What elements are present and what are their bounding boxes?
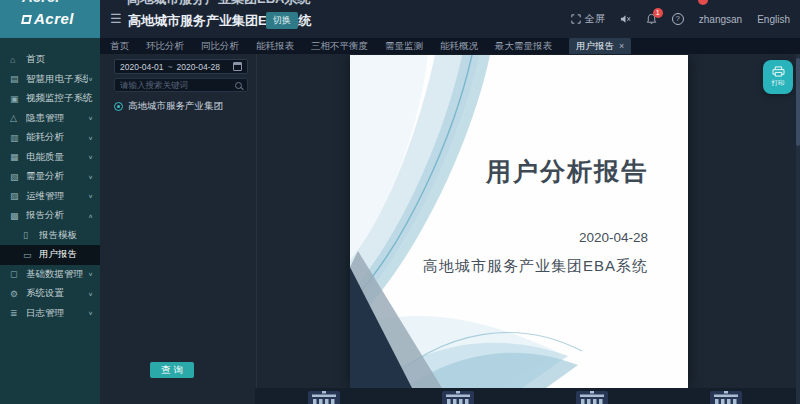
chevron-down-icon: ∨ <box>88 135 93 141</box>
report-analysis-icon: ▩ <box>10 211 21 221</box>
tab-label: 环比分析 <box>146 40 184 51</box>
tab-用户报告[interactable]: 用户报告× <box>569 38 631 54</box>
report-template-icon: ▯ <box>23 230 34 240</box>
notification-count-badge: 1 <box>653 8 663 18</box>
tab-同比分析[interactable]: 同比分析 <box>201 38 239 54</box>
log-icon: ≣ <box>10 308 21 318</box>
date-end-value[interactable]: 2020-04-28 <box>176 62 219 72</box>
sidebar-item-report-template[interactable]: ▯报告模板 <box>0 226 100 246</box>
sidebar-item-label: 报告模板 <box>39 229 77 242</box>
video-monitor-icon: ▣ <box>10 94 21 104</box>
radio-selected-icon[interactable] <box>114 102 123 111</box>
date-start-value[interactable]: 2020-04-01 <box>120 62 163 72</box>
tab-能耗概况[interactable]: 能耗概况 <box>440 38 478 54</box>
glitch-logo-fragment: Acrel <box>22 0 60 5</box>
sidebar-item-report[interactable]: ▩报告分析∧ <box>0 206 100 226</box>
tree-node[interactable]: 高地城市服务产业集团 <box>114 100 254 113</box>
tab-label: 同比分析 <box>201 40 239 51</box>
power-quality-icon: ▦ <box>10 152 21 162</box>
chevron-up-icon: ∧ <box>88 213 93 219</box>
tab-label: 需量监测 <box>385 40 423 51</box>
building-icon <box>440 391 476 404</box>
top-header: 高地城市服务产业集团EBA系统 ☰ 高地城市服务产业集团EBA系统 切换 全屏 … <box>100 0 800 38</box>
switch-project-button[interactable]: 切换 <box>266 12 298 29</box>
sidebar-item-home[interactable]: ⌂首页 <box>0 50 100 70</box>
sidebar-item-base-data[interactable]: ◻基础数据管理∨ <box>0 265 100 285</box>
chevron-down-icon: ∨ <box>88 76 93 82</box>
acrel-logo-icon <box>21 15 32 24</box>
chevron-down-icon: ∨ <box>88 174 93 180</box>
menu-collapse-icon[interactable]: ☰ <box>110 11 122 26</box>
tree-node-label: 高地城市服务产业集团 <box>128 100 223 113</box>
sidebar-item-label: 报告分析 <box>26 209 64 222</box>
sidebar-item-energy[interactable]: ▥能耗分析∨ <box>0 128 100 148</box>
mute-button[interactable] <box>620 14 631 24</box>
sidebar-item-label: 日志管理 <box>26 307 64 320</box>
fullscreen-button[interactable]: 全屏 <box>571 12 605 26</box>
org-tree: 高地城市服务产业集团 <box>114 100 254 113</box>
scrollbar-track <box>796 54 800 404</box>
report-date: 2020-04-28 <box>423 230 648 245</box>
sidebar-item-settings[interactable]: ⚙系统设置∨ <box>0 284 100 304</box>
sidebar-item-label: 需量分析 <box>26 170 64 183</box>
tab-环比分析[interactable]: 环比分析 <box>146 38 184 54</box>
speaker-mute-icon <box>620 14 631 24</box>
query-button[interactable]: 查询 <box>150 362 194 378</box>
building-icon <box>574 391 610 404</box>
sidebar-item-hazard[interactable]: △隐患管理∨ <box>0 109 100 129</box>
user-menu[interactable]: zhangsan <box>699 14 742 25</box>
sidebar-item-label: 能耗分析 <box>26 131 64 144</box>
building-icon <box>306 391 342 404</box>
building-icon <box>708 391 744 404</box>
fullscreen-icon <box>571 14 581 24</box>
tab-label: 首页 <box>110 40 129 51</box>
sidebar-item-power-quality[interactable]: ▦电能质量∨ <box>0 148 100 168</box>
sidebar-item-smart-power[interactable]: ▤智慧用电子系统∨ <box>0 70 100 90</box>
language-switch[interactable]: English <box>757 14 790 25</box>
tab-首页[interactable]: 首页 <box>110 38 129 54</box>
sidebar-item-video-monitor[interactable]: ▣视频监控子系统 <box>0 89 100 109</box>
search-icon <box>235 82 242 89</box>
tab-三相不平衡度[interactable]: 三相不平衡度 <box>311 38 368 54</box>
ops-icon: ▨ <box>10 191 21 201</box>
chevron-down-icon: ∨ <box>88 115 93 121</box>
date-separator: ~ <box>167 62 172 72</box>
help-button[interactable]: ? <box>672 13 684 25</box>
search-input[interactable] <box>120 80 235 90</box>
scrollbar-thumb[interactable] <box>796 58 800 146</box>
sidebar-item-user-report[interactable]: ▭用户报告 <box>0 245 100 265</box>
sidebar-item-demand[interactable]: ▧需量分析∨ <box>0 167 100 187</box>
tab-label: 三相不平衡度 <box>311 40 368 51</box>
logo-block: Acrel Acrel <box>0 0 100 38</box>
acrel-logo: Acrel <box>22 10 74 27</box>
sidebar-item-label: 电能质量 <box>26 151 64 164</box>
report-title: 用户分析报告 <box>423 155 648 188</box>
tab-label: 用户报告 <box>576 38 614 54</box>
tab-label: 能耗报表 <box>256 40 294 51</box>
sidebar-item-label: 基础数据管理 <box>26 268 83 281</box>
tab-需量监测[interactable]: 需量监测 <box>385 38 423 54</box>
sidebar-item-ops[interactable]: ▨运维管理∨ <box>0 187 100 207</box>
chevron-down-icon: ∨ <box>88 154 93 160</box>
glitch-title-fragment: 高地城市服务产业集团EBA系统 <box>127 0 310 8</box>
sidebar: ⌂首页▤智慧用电子系统∨▣视频监控子系统△隐患管理∨▥能耗分析∨▦电能质量∨▧需… <box>0 38 100 404</box>
date-range-picker[interactable]: 2020-04-01 ~ 2020-04-28 <box>114 59 248 74</box>
sidebar-item-label: 视频监控子系统 <box>26 92 93 105</box>
sidebar-item-logs[interactable]: ≣日志管理∨ <box>0 304 100 324</box>
chevron-down-icon: ∨ <box>88 193 93 199</box>
tab-能耗报表[interactable]: 能耗报表 <box>256 38 294 54</box>
notifications-button[interactable]: 1 <box>646 13 657 25</box>
sidebar-item-label: 用户报告 <box>39 248 77 261</box>
search-box <box>114 78 248 92</box>
app-window: Acrel Acrel 高地城市服务产业集团EBA系统 ☰ 高地城市服务产业集团… <box>0 0 800 404</box>
tab-最大需量报表[interactable]: 最大需量报表 <box>495 38 552 54</box>
tab-label: 能耗概况 <box>440 40 478 51</box>
tab-label: 最大需量报表 <box>495 40 552 51</box>
sidebar-item-label: 隐患管理 <box>26 112 64 125</box>
panel-divider <box>256 54 257 404</box>
tab-close-icon[interactable]: × <box>619 38 624 54</box>
printer-icon <box>772 66 785 77</box>
smart-power-icon: ▤ <box>10 74 21 84</box>
print-button-label: 打印 <box>772 79 785 88</box>
print-button[interactable]: 打印 <box>763 60 793 94</box>
